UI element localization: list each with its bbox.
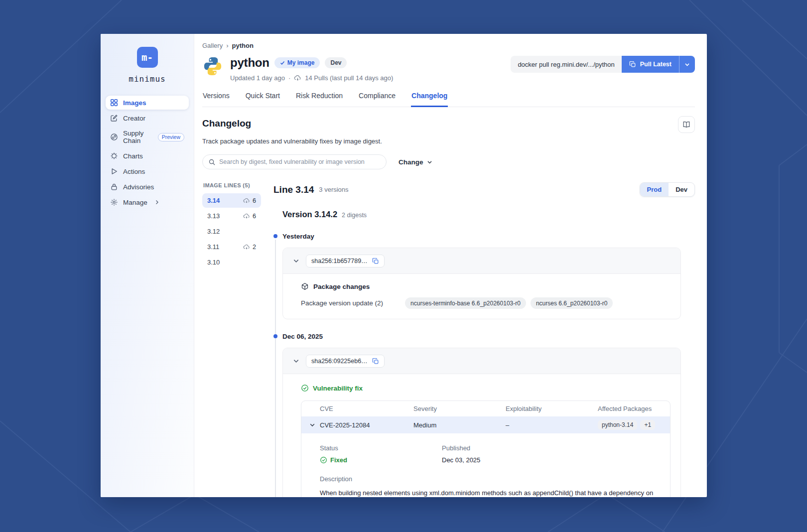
grid-icon [110, 99, 118, 107]
chevron-down-icon[interactable] [293, 358, 299, 364]
timeline-dot [273, 234, 277, 238]
book-icon [682, 121, 690, 129]
cve-table: CVE Severity Exploitability Affected Pac… [301, 400, 671, 497]
pull-group: docker pull reg.mini.dev/.../python Pull… [511, 56, 695, 73]
cve-exploitability: – [506, 421, 598, 429]
cve-severity: Medium [413, 421, 506, 429]
search-icon [209, 159, 215, 165]
pull-count: 6 [243, 213, 256, 220]
line-title: Line 3.14 [273, 184, 314, 195]
breadcrumb-gallery[interactable]: Gallery [202, 42, 223, 49]
package-update-label: Package version update (2) [301, 299, 383, 307]
sidebar-nav: Images Creator Supply Chain Preview Cha [101, 96, 194, 209]
changelog-group-yesterday: Yesterday sha256:1b657789… [282, 233, 695, 319]
image-lines-list: IMAGE LINES (5) 3.14 6 3.13 [202, 182, 261, 497]
tab-compliance[interactable]: Compliance [358, 92, 396, 107]
published-value: Dec 03, 2025 [442, 456, 662, 464]
digest-card-header[interactable]: sha256:1b657789… [283, 248, 680, 274]
pulls-text: 14 Pulls (last pull 14 days ago) [305, 74, 393, 82]
cve-table-header: CVE Severity Exploitability Affected Pac… [301, 401, 670, 416]
published-label: Published [442, 444, 662, 452]
sidebar-item-advisories[interactable]: Advisories [106, 180, 189, 194]
python-logo-icon [202, 56, 223, 77]
supply-chain-icon [110, 133, 118, 141]
sidebar-item-label: Manage [123, 199, 147, 206]
copy-icon[interactable] [372, 258, 379, 265]
docs-button[interactable] [678, 116, 695, 133]
changelog-subtitle: Track package updates and vulnerability … [202, 137, 695, 145]
chevron-down-icon[interactable] [309, 422, 315, 428]
pull-latest-button[interactable]: Pull Latest [622, 56, 679, 73]
image-line-3-12[interactable]: 3.12 [202, 224, 261, 239]
version-title: Version 3.14.2 [282, 210, 337, 219]
image-line-3-11[interactable]: 3.11 2 [202, 240, 261, 254]
pull-count: 6 [243, 197, 256, 204]
timeline-dot [273, 334, 277, 338]
brand-logo-text: m- [141, 52, 153, 63]
status-label: Status [320, 444, 442, 452]
image-line-3-10[interactable]: 3.10 [202, 255, 261, 269]
chevron-down-icon[interactable] [293, 258, 299, 264]
sidebar-item-manage[interactable]: Manage [106, 195, 189, 209]
affected-package-chip: python-3.14 [598, 420, 637, 430]
pull-command[interactable]: docker pull reg.mini.dev/.../python [511, 56, 621, 73]
affected-package-more-chip[interactable]: +1 [640, 420, 655, 430]
cve-row[interactable]: CVE-2025-12084 Medium – python-3.14 +1 [301, 416, 670, 433]
check-circle-icon [320, 456, 327, 464]
sidebar-item-creator[interactable]: Creator [106, 111, 189, 125]
changelog-title: Changelog [202, 118, 251, 129]
my-image-badge: My image [274, 57, 320, 68]
sidebar-item-actions[interactable]: Actions [106, 164, 189, 178]
image-meta: Updated 1 day ago · 14 Pulls (last pull … [230, 74, 393, 82]
page-header: Gallery › python python My image [194, 34, 707, 107]
helm-icon [110, 152, 118, 160]
page-title: python [230, 56, 269, 70]
brand-logo[interactable]: m- [137, 47, 158, 68]
digest-card: sha256:1b657789… Package changes [282, 248, 681, 319]
check-icon [280, 60, 285, 65]
play-icon [110, 167, 118, 175]
breadcrumb-current: python [232, 42, 254, 49]
package-icon [301, 282, 309, 290]
pull-count: 2 [243, 244, 256, 251]
chevron-right-icon [154, 200, 159, 205]
pull-options-button[interactable] [679, 56, 695, 73]
tab-changelog[interactable]: Changelog [411, 92, 448, 107]
copy-icon[interactable] [372, 358, 379, 365]
search-input[interactable] [219, 158, 380, 165]
image-lines-heading: IMAGE LINES (5) [202, 182, 261, 188]
tab-quick-start[interactable]: Quick Start [245, 92, 280, 107]
check-circle-icon [301, 384, 309, 392]
sidebar-item-charts[interactable]: Charts [106, 149, 189, 163]
sidebar-item-images[interactable]: Images [106, 96, 189, 110]
sidebar-item-supply-chain[interactable]: Supply Chain Preview [106, 127, 189, 147]
change-filter-dropdown[interactable]: Change [399, 158, 432, 166]
digest-card-header[interactable]: sha256:09225eb6… [283, 348, 680, 374]
app-window: m- minimus Images Creator Supply Chain [101, 34, 707, 497]
title-row: python My image Dev Updated 1 day ago · … [202, 56, 695, 82]
env-toggle: Prod Dev [640, 182, 695, 197]
chevron-down-icon [427, 159, 432, 165]
package-changes-heading: Package changes [301, 282, 671, 290]
image-line-3-14[interactable]: 3.14 6 [202, 193, 261, 208]
digest-card: sha256:09225eb6… Vulnerability fix [282, 348, 681, 497]
changelog-panel: Changelog Track package updates and vuln… [194, 107, 707, 497]
env-toggle-prod[interactable]: Prod [640, 183, 669, 196]
sidebar: m- minimus Images Creator Supply Chain [101, 34, 194, 497]
tab-versions[interactable]: Versions [202, 92, 230, 107]
sidebar-item-label: Actions [123, 168, 145, 175]
env-toggle-dev[interactable]: Dev [669, 183, 694, 196]
sidebar-item-label: Supply Chain [123, 130, 152, 144]
tab-risk-reduction[interactable]: Risk Reduction [295, 92, 343, 107]
digest-chip[interactable]: sha256:1b657789… [306, 255, 385, 267]
col-exploitability: Exploitability [506, 405, 598, 412]
digest-chip[interactable]: sha256:09225eb6… [306, 355, 385, 368]
cloud-pull-icon [243, 244, 250, 251]
image-line-3-13[interactable]: 3.13 6 [202, 209, 261, 223]
changelog-group-dec06: Dec 06, 2025 sha256:09225eb6… [282, 333, 695, 497]
meta-dot: · [288, 74, 290, 82]
sidebar-item-label: Advisories [123, 183, 154, 191]
filter-row: Change [202, 154, 695, 169]
chevron-down-icon [684, 62, 690, 67]
timeline: Version 3.14.2 2 digests Yesterday [273, 210, 695, 497]
